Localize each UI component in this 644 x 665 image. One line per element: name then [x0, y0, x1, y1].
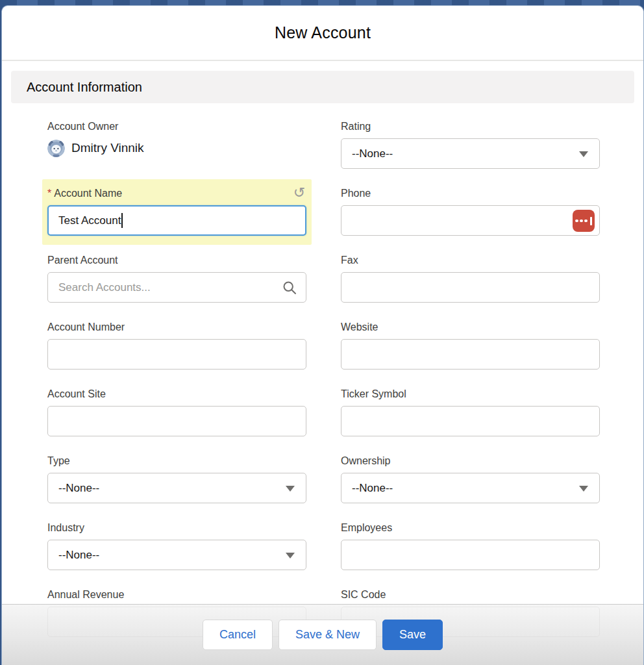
- account-site-label: Account Site: [47, 388, 306, 401]
- field-website: Website: [341, 321, 600, 370]
- field-type: Type --None--: [47, 455, 306, 503]
- employees-label: Employees: [341, 521, 600, 534]
- field-phone: Phone: [341, 187, 600, 236]
- section-title: Account Information: [27, 80, 142, 95]
- industry-selected-value: --None--: [58, 549, 99, 562]
- account-number-label: Account Number: [47, 321, 306, 334]
- autofill-dot: [584, 220, 588, 223]
- section-header-account-information: Account Information: [11, 71, 634, 103]
- ticker-symbol-input[interactable]: [341, 406, 600, 436]
- field-industry: Industry --None--: [47, 521, 306, 570]
- autofill-bar: [590, 217, 592, 225]
- field-account-number: Account Number: [47, 321, 306, 370]
- ownership-selected-value: --None--: [352, 482, 393, 495]
- parent-account-placeholder: Search Accounts...: [58, 281, 151, 294]
- rating-selected-value: --None--: [352, 147, 393, 160]
- rating-label: Rating: [341, 120, 600, 133]
- autofill-dot: [580, 220, 583, 223]
- website-input[interactable]: [341, 339, 600, 370]
- modal-body: Account Information Account Owner: [2, 61, 643, 663]
- chevron-down-icon: [579, 486, 588, 492]
- search-icon[interactable]: [282, 281, 297, 298]
- field-account-owner: Account Owner: [47, 120, 306, 169]
- type-selected-value: --None--: [58, 482, 99, 495]
- field-account-name: *Account Name ↺ Test Account: [47, 187, 306, 236]
- ownership-label: Ownership: [341, 455, 600, 468]
- save-button[interactable]: Save: [382, 620, 443, 650]
- field-employees: Employees: [341, 521, 600, 570]
- account-name-value: Test Account: [58, 214, 121, 227]
- field-parent-account: Parent Account Search Accounts...: [47, 254, 306, 303]
- employees-input[interactable]: [341, 540, 600, 570]
- account-name-label-row: *Account Name ↺: [47, 187, 306, 205]
- account-owner-label: Account Owner: [47, 120, 306, 133]
- account-number-input[interactable]: [47, 339, 306, 370]
- field-rating: Rating --None--: [341, 120, 600, 169]
- field-ownership: Ownership --None--: [341, 455, 600, 503]
- cancel-button[interactable]: Cancel: [203, 620, 273, 650]
- field-ticker-symbol: Ticker Symbol: [341, 388, 600, 436]
- type-label: Type: [47, 455, 306, 468]
- account-site-input[interactable]: [47, 406, 306, 436]
- account-owner-value-row: Dmitry Vinnik: [47, 138, 306, 158]
- ownership-select[interactable]: --None--: [341, 473, 600, 503]
- annual-revenue-label: Annual Revenue: [47, 588, 306, 601]
- autofill-dot: [575, 220, 578, 223]
- chevron-down-icon: [579, 151, 588, 157]
- field-account-site: Account Site: [47, 388, 306, 436]
- text-caret: [121, 213, 123, 228]
- website-label: Website: [341, 321, 600, 334]
- sic-code-label: SIC Code: [341, 588, 600, 601]
- required-asterisk: *: [47, 188, 51, 199]
- modal-footer: Cancel Save & New Save: [2, 604, 643, 665]
- industry-label: Industry: [47, 521, 306, 534]
- industry-select[interactable]: --None--: [47, 540, 306, 570]
- fax-input[interactable]: [341, 272, 600, 303]
- parent-account-lookup-input[interactable]: Search Accounts...: [47, 272, 306, 303]
- modal-title: New Account: [275, 23, 371, 42]
- save-and-new-button[interactable]: Save & New: [279, 620, 377, 650]
- modal-header: New Account: [2, 6, 643, 61]
- fax-label: Fax: [341, 254, 600, 267]
- field-fax: Fax: [341, 254, 600, 303]
- type-select[interactable]: --None--: [47, 473, 306, 503]
- account-name-highlight: *Account Name ↺ Test Account: [42, 179, 312, 245]
- new-account-modal: New Account Account Information Account …: [1, 5, 644, 665]
- account-form: Account Owner: [11, 103, 634, 663]
- account-name-input[interactable]: Test Account: [47, 205, 306, 236]
- rating-select[interactable]: --None--: [341, 138, 600, 169]
- undo-icon[interactable]: ↺: [292, 186, 306, 200]
- account-owner-name: Dmitry Vinnik: [71, 141, 144, 155]
- chevron-down-icon: [286, 486, 295, 492]
- account-name-label-text: Account Name: [54, 188, 122, 199]
- phone-input[interactable]: [341, 205, 600, 236]
- phone-label: Phone: [341, 187, 600, 200]
- page-background: { "modal": { "title": "New Account" }, "…: [0, 0, 644, 665]
- user-avatar-icon: [47, 140, 65, 157]
- parent-account-label: Parent Account: [47, 254, 306, 267]
- ticker-symbol-label: Ticker Symbol: [341, 388, 600, 401]
- chevron-down-icon: [286, 553, 295, 558]
- password-manager-autofill-icon[interactable]: [573, 210, 595, 232]
- account-name-label: *Account Name: [47, 187, 122, 200]
